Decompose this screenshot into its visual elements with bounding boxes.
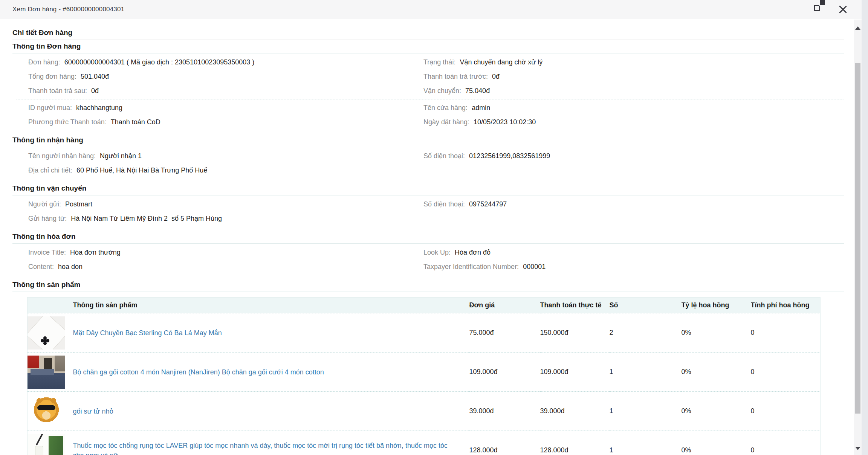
lookup-label: Look Up: <box>423 249 451 257</box>
info-row: Phương thức Thanh toán: Thanh toán CoD N… <box>12 115 844 129</box>
product-name-link[interactable]: gối sư tử nhỏ <box>73 406 469 416</box>
chevron-down-icon <box>855 447 860 450</box>
col-commission-rate-header: Tỷ lệ hoa hồng <box>682 298 751 313</box>
tin-label: Taxpayer Identification Number: <box>423 263 519 271</box>
invoice-title-value: Hóa đơn thường <box>70 249 121 257</box>
dialog-content: Chi tiết Đơn hàng Thông tin Đơn hàng Đơn… <box>0 20 853 455</box>
quantity-cell: 1 <box>610 353 682 392</box>
sender-label: Người gửi: <box>28 200 61 208</box>
tin-value: 000001 <box>523 263 546 271</box>
scroll-down-button[interactable] <box>854 443 862 453</box>
receiver-name-value: Người nhận 1 <box>100 152 142 160</box>
commission-fee-cell: 0 <box>751 353 821 392</box>
product-row: Bộ chăn ga gối cotton 4 món Nanjiren (Na… <box>28 353 821 392</box>
lookup-value: Hóa đơn đỏ <box>455 249 491 257</box>
info-row: Tên người nhận hàng: Người nhận 1 Số điệ… <box>12 149 844 163</box>
products-table: Thông tin sản phẩm Đơn giá Thanh toán th… <box>27 297 821 455</box>
buyer-id-label: ID người mua: <box>28 104 72 112</box>
store-name-label: Tên cửa hàng: <box>423 104 468 112</box>
vertical-scrollbar[interactable] <box>854 20 862 455</box>
order-date-value: 10/05/2023 10:02:30 <box>474 118 536 126</box>
quantity-cell: 1 <box>610 431 682 455</box>
window-controls <box>820 0 847 19</box>
payment-method-value: Thanh toán CoD <box>111 118 160 126</box>
product-image <box>28 434 65 455</box>
prepaid-value: 0đ <box>492 73 500 81</box>
info-row: Địa chỉ chi tiết: 60 Phố Huế, Hà Nội Hai… <box>12 163 844 177</box>
store-name-value: admin <box>472 104 490 112</box>
restore-window-button[interactable] <box>820 5 829 14</box>
sender-value: Postmart <box>65 200 92 208</box>
order-number-value: 6000000000004301 ( Mã giao dịch : 230510… <box>64 58 254 66</box>
product-row: Mặt Dây Chuyền Bạc Sterling Cỏ Ba Lá May… <box>28 313 821 353</box>
buyer-id-value: khachhangtung <box>76 104 122 112</box>
section-shipping-info: Thông tin vận chuyển <box>12 182 844 195</box>
product-row: Thuốc mọc tóc chống rụng tóc LAVER giúp … <box>28 431 821 455</box>
address-label: Địa chỉ chi tiết: <box>28 166 72 174</box>
unit-price-cell: 109.000đ <box>469 353 540 392</box>
sender-phone-label: Số điện thoại: <box>423 200 465 208</box>
info-row: Tổng đơn hàng: 501.040đ Thanh toán trả t… <box>12 69 844 84</box>
col-product-header: Thông tin sản phẩm <box>73 298 469 313</box>
actual-payment-cell: 39.000đ <box>540 392 610 431</box>
product-name-link[interactable]: Bộ chăn ga gối cotton 4 món Nanjiren (Na… <box>73 367 469 377</box>
col-quantity-header: Số <box>610 298 682 313</box>
order-number-label: Đơn hàng: <box>28 58 60 66</box>
commission-fee-cell: 0 <box>751 431 821 455</box>
unit-price-cell: 75.000đ <box>469 313 540 353</box>
products-header-row: Thông tin sản phẩm Đơn giá Thanh toán th… <box>28 298 821 313</box>
col-actual-payment-header: Thanh toán thực tế <box>540 298 610 313</box>
unit-price-cell: 39.000đ <box>469 392 540 431</box>
order-total-value: 501.040đ <box>81 73 109 81</box>
receiver-phone-label: Số điện thoại: <box>423 152 465 160</box>
actual-payment-cell: 150.000đ <box>540 313 610 353</box>
actual-payment-cell: 109.000đ <box>540 353 610 392</box>
quantity-cell: 1 <box>610 392 682 431</box>
info-row: Content: hoa don Taxpayer Identification… <box>12 260 844 274</box>
info-row: Người gửi: Postmart Số điện thoại: 09752… <box>12 197 844 211</box>
info-row: Invoice Title: Hóa đơn thường Look Up: H… <box>12 245 844 260</box>
unit-price-cell: 128.000đ <box>469 431 540 455</box>
receiver-name-label: Tên người nhận hàng: <box>28 152 96 160</box>
postpaid-value: 0đ <box>91 87 99 95</box>
postpaid-label: Thanh toán trả sau: <box>28 87 87 95</box>
product-image <box>28 395 65 428</box>
invoice-content-label: Content: <box>28 263 54 271</box>
quantity-cell: 2 <box>610 313 682 353</box>
shipping-info-rows: Người gửi: Postmart Số điện thoại: 09752… <box>12 197 844 226</box>
shipping-fee-value: 75.040đ <box>465 87 490 95</box>
product-name-link[interactable]: Mặt Dây Chuyền Bạc Sterling Cỏ Ba Lá May… <box>73 328 469 338</box>
ship-from-value: Hà Nội Nam Từ Liêm Mỹ Đình 2 số 5 Phạm H… <box>71 215 222 223</box>
info-row: Gửi hàng từ: Hà Nội Nam Từ Liêm Mỹ Đình … <box>12 211 844 226</box>
prepaid-label: Thanh toán trả trước: <box>423 73 488 81</box>
invoice-info-rows: Invoice Title: Hóa đơn thường Look Up: H… <box>12 245 844 274</box>
commission-rate-cell: 0% <box>682 392 751 431</box>
commission-rate-cell: 0% <box>682 431 751 455</box>
order-info-rows: Đơn hàng: 6000000000004301 ( Mã giao dịc… <box>12 55 844 129</box>
receiver-info-rows: Tên người nhận hàng: Người nhận 1 Số điệ… <box>12 149 844 177</box>
info-row: Đơn hàng: 6000000000004301 ( Mã giao dịc… <box>12 55 844 69</box>
product-image <box>28 356 65 389</box>
section-invoice-info: Thông tin hóa đơn <box>12 230 844 244</box>
order-total-label: Tổng đơn hàng: <box>28 73 76 81</box>
status-label: Trạng thái: <box>423 58 455 66</box>
close-button[interactable] <box>838 5 847 14</box>
section-order-info: Thông tin Đơn hàng <box>12 40 844 53</box>
shipping-fee-label: Vận chuyển: <box>423 87 461 95</box>
commission-rate-cell: 0% <box>682 353 751 392</box>
commission-fee-cell: 0 <box>751 313 821 353</box>
commission-rate-cell: 0% <box>682 313 751 353</box>
scroll-up-button[interactable] <box>854 23 862 33</box>
actual-payment-cell: 128.000đ <box>540 431 610 455</box>
ship-from-label: Gửi hàng từ: <box>28 215 67 223</box>
sender-phone-value: 0975244797 <box>469 200 507 208</box>
scrollbar-thumb[interactable] <box>855 63 860 414</box>
col-image-header <box>28 298 73 313</box>
product-name-link[interactable]: Thuốc mọc tóc chống rụng tóc LAVER giúp … <box>73 441 469 455</box>
col-unit-price-header: Đơn giá <box>469 298 540 313</box>
chevron-up-icon <box>855 26 860 30</box>
invoice-content-value: hoa don <box>58 263 83 271</box>
product-row: gối sư tử nhỏ 39.000đ 39.000đ 1 0% 0 <box>28 392 821 431</box>
info-row: Thanh toán trả sau: 0đ Vận chuyển: 75.04… <box>12 84 844 98</box>
product-image <box>28 316 65 350</box>
